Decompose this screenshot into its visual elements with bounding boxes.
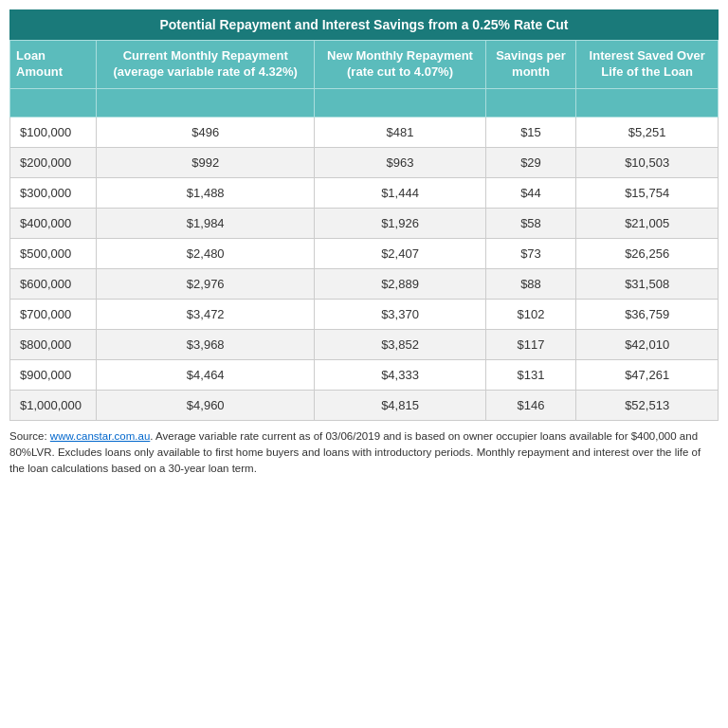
cell-row5-col1: $2,976: [97, 268, 315, 299]
cell-row4-col2: $2,407: [315, 238, 485, 268]
cell-row2-col1: $1,488: [97, 177, 315, 208]
cell-row6-col1: $3,472: [97, 299, 315, 329]
cell-row0-col3: $15: [485, 117, 576, 147]
cell-row5-col0: $600,000: [10, 268, 97, 299]
col-header-current: Current Monthly Repayment (average varia…: [97, 41, 315, 89]
cell-row0-col4: $5,251: [576, 117, 719, 147]
cell-row2-col3: $44: [485, 177, 576, 208]
cell-row4-col0: $500,000: [10, 238, 97, 268]
cell-row5-col4: $31,508: [576, 268, 719, 299]
footnote-source-label: Source:: [9, 430, 50, 442]
col-header-new: New Monthly Repayment (rate cut to 4.07%…: [315, 41, 485, 89]
cell-row5-col3: $88: [485, 268, 576, 299]
table-container: Potential Repayment and Interest Savings…: [9, 9, 719, 478]
cell-row7-col1: $3,968: [97, 329, 315, 359]
cell-row1-col0: $200,000: [10, 147, 97, 177]
cell-row3-col3: $58: [485, 208, 576, 238]
cell-row1-col4: $10,503: [576, 147, 719, 177]
cell-row8-col1: $4,464: [97, 359, 315, 390]
cell-row2-col0: $300,000: [10, 177, 97, 208]
cell-row0-col1: $496: [97, 117, 315, 147]
table-row: $100,000$496$481$15$5,251: [10, 117, 719, 147]
cell-row9-col4: $52,513: [576, 390, 719, 420]
table-row: $400,000$1,984$1,926$58$21,005: [10, 208, 719, 238]
cell-row6-col4: $36,759: [576, 299, 719, 329]
cell-row8-col3: $131: [485, 359, 576, 390]
cell-row7-col3: $117: [485, 329, 576, 359]
cell-row3-col2: $1,926: [315, 208, 485, 238]
cell-row1-col3: $29: [485, 147, 576, 177]
cell-row8-col4: $47,261: [576, 359, 719, 390]
cell-row8-col0: $900,000: [10, 359, 97, 390]
cell-row2-col2: $1,444: [315, 177, 485, 208]
cell-row1-col1: $992: [97, 147, 315, 177]
cell-row9-col3: $146: [485, 390, 576, 420]
cell-row7-col0: $800,000: [10, 329, 97, 359]
footnote: Source: www.canstar.com.au. Average vari…: [9, 428, 719, 478]
table-row: $1,000,000$4,960$4,815$146$52,513: [10, 390, 719, 420]
table-title: Potential Repayment and Interest Savings…: [9, 9, 719, 40]
cell-row3-col4: $21,005: [576, 208, 719, 238]
table-row: $800,000$3,968$3,852$117$42,010: [10, 329, 719, 359]
cell-row1-col2: $963: [315, 147, 485, 177]
cell-row3-col1: $1,984: [97, 208, 315, 238]
cell-row8-col2: $4,333: [315, 359, 485, 390]
table-row: $300,000$1,488$1,444$44$15,754: [10, 177, 719, 208]
cell-row7-col2: $3,852: [315, 329, 485, 359]
table-row: $200,000$992$963$29$10,503: [10, 147, 719, 177]
cell-row5-col2: $2,889: [315, 268, 485, 299]
col-header-savings: Savings per month: [485, 41, 576, 89]
cell-row7-col4: $42,010: [576, 329, 719, 359]
table-row: $600,000$2,976$2,889$88$31,508: [10, 268, 719, 299]
cell-row6-col2: $3,370: [315, 299, 485, 329]
col-header-loan: Loan Amount: [10, 41, 97, 89]
table-row: $700,000$3,472$3,370$102$36,759: [10, 299, 719, 329]
col-header-interest: Interest Saved Over Life of the Loan: [576, 41, 719, 89]
cell-row0-col2: $481: [315, 117, 485, 147]
cell-row2-col4: $15,754: [576, 177, 719, 208]
table-row: $500,000$2,480$2,407$73$26,256: [10, 238, 719, 268]
cell-row3-col0: $400,000: [10, 208, 97, 238]
footnote-source-link[interactable]: www.canstar.com.au: [50, 430, 150, 442]
cell-row4-col3: $73: [485, 238, 576, 268]
cell-row0-col0: $100,000: [10, 117, 97, 147]
cell-row4-col4: $26,256: [576, 238, 719, 268]
cell-row4-col1: $2,480: [97, 238, 315, 268]
cell-row9-col2: $4,815: [315, 390, 485, 420]
cell-row9-col1: $4,960: [97, 390, 315, 420]
cell-row6-col3: $102: [485, 299, 576, 329]
savings-table: Loan Amount Current Monthly Repayment (a…: [9, 40, 719, 421]
cell-row6-col0: $700,000: [10, 299, 97, 329]
cell-row9-col0: $1,000,000: [10, 390, 97, 420]
table-row: $900,000$4,464$4,333$131$47,261: [10, 359, 719, 390]
